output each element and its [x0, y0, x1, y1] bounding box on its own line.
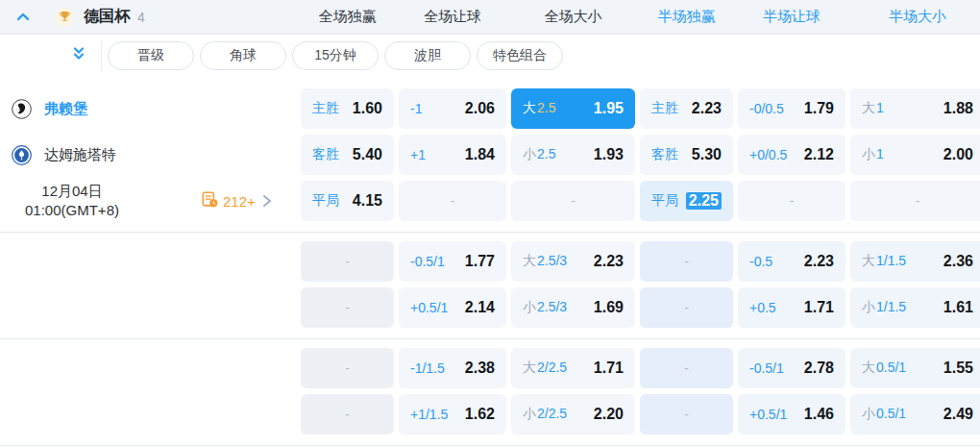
- tab-market-4[interactable]: 半场让球: [738, 8, 845, 26]
- league-match-count: 4: [137, 10, 145, 25]
- tab-market-2[interactable]: 全场大小: [511, 8, 635, 26]
- odds-value: 1.84: [465, 146, 495, 163]
- odds-label: 客胜: [651, 146, 678, 163]
- odds-label: -0/0.5: [749, 101, 784, 116]
- filter-row: 晋级角球15分钟波胆特色组合: [0, 35, 980, 77]
- odds-value: 1.55: [943, 360, 973, 377]
- odds-label: 大2.5/3: [523, 253, 567, 270]
- chevron-right-icon: [261, 194, 273, 208]
- odds-label: +1: [410, 147, 426, 162]
- odds-label: 大1/1.5: [862, 253, 906, 270]
- odds-value: 2.25: [686, 192, 722, 210]
- odds-value: 2.23: [594, 253, 624, 270]
- filter-pill[interactable]: 波胆: [384, 41, 471, 70]
- odds-cell[interactable]: 主胜2.23: [640, 88, 733, 129]
- tab-market-5[interactable]: 半场大小: [850, 8, 980, 26]
- odds-value: 4.15: [353, 192, 382, 210]
- odds-cell[interactable]: 小2.5/31.69: [511, 287, 635, 328]
- filter-pill[interactable]: 角球: [200, 41, 286, 70]
- odds-cell-empty: -: [399, 181, 506, 221]
- odds-cell-empty: -: [738, 181, 845, 221]
- odds-value: 1.71: [594, 360, 624, 377]
- match-datetime: 12月04日 01:00(GMT+8): [0, 182, 144, 221]
- odds-label: -0.5/1: [749, 360, 784, 376]
- odds-value: 2.49: [943, 406, 973, 423]
- alt-odds-row: -+1/1.51.62小2/2.52.20-+0.5/11.46小0.5/12.…: [0, 394, 980, 435]
- collapse-up-icon[interactable]: [14, 9, 32, 26]
- home-team-cell[interactable]: 弗赖堡: [0, 88, 296, 129]
- odds-label: 大1: [862, 100, 884, 117]
- odds-cell[interactable]: 大0.5/11.55: [850, 348, 980, 388]
- odds-cell[interactable]: 小1/1.51.61: [850, 287, 980, 328]
- match-meta-row: 12月04日 01:00(GMT+8) 212+ 平局4.15--平局2.25-…: [0, 181, 980, 221]
- odds-cell-empty: -: [640, 394, 733, 435]
- more-markets-count: 212+: [223, 193, 256, 210]
- odds-cell[interactable]: -0.5/11.77: [399, 241, 506, 282]
- odds-cell[interactable]: 大11.88: [850, 88, 980, 129]
- match-time: 01:00(GMT+8): [0, 201, 144, 220]
- odds-label: 小2/2.5: [523, 406, 567, 423]
- expand-all-box[interactable]: [0, 41, 102, 70]
- odds-cell[interactable]: 小12.00: [850, 135, 980, 175]
- odds-cell[interactable]: -12.06: [399, 88, 506, 129]
- tab-market-0[interactable]: 全场独赢: [301, 8, 394, 26]
- odds-cell[interactable]: 客胜5.40: [301, 135, 394, 175]
- odds-cell-empty: -: [301, 394, 394, 435]
- odds-cell[interactable]: +0/0.52.12: [738, 135, 845, 175]
- odds-cell[interactable]: -0/0.51.79: [738, 88, 845, 129]
- odds-cell[interactable]: 大2/2.51.71: [511, 348, 635, 388]
- away-team-name: 达姆施塔特: [44, 146, 116, 164]
- odds-label: +1/1.5: [410, 407, 448, 422]
- odds-label: 小2.5/3: [523, 299, 567, 316]
- odds-value: 5.40: [353, 146, 382, 163]
- odds-cell[interactable]: +0.5/11.46: [738, 394, 845, 435]
- away-team-cell[interactable]: 达姆施塔特: [0, 135, 296, 175]
- odds-cell[interactable]: +0.51.71: [738, 287, 845, 328]
- odds-cell[interactable]: +1/1.51.62: [399, 394, 506, 435]
- odds-cell[interactable]: 小2/2.52.20: [511, 394, 635, 435]
- odds-label: 大2.5: [523, 100, 555, 117]
- odds-label: 小1: [862, 146, 884, 163]
- tab-market-1[interactable]: 全场让球: [399, 8, 506, 26]
- odds-cell-empty: -: [640, 348, 733, 388]
- odds-cell[interactable]: 大1/1.52.36: [850, 241, 980, 282]
- odds-value: 1.79: [804, 100, 834, 117]
- odds-cell[interactable]: 主胜1.60: [301, 88, 394, 129]
- odds-cell[interactable]: 客胜5.30: [640, 135, 733, 175]
- odds-cell-empty: -: [301, 241, 394, 282]
- odds-cell[interactable]: 大2.5/32.23: [511, 241, 635, 282]
- odds-cell[interactable]: 平局2.25: [640, 181, 733, 221]
- odds-value: 2.00: [943, 146, 973, 163]
- odds-value: 1.69: [594, 299, 624, 316]
- more-markets-link[interactable]: 212+: [202, 191, 273, 211]
- home-team-name: 弗赖堡: [44, 100, 87, 118]
- odds-value: 1.62: [465, 406, 495, 423]
- odds-cell[interactable]: +0.5/12.14: [399, 287, 506, 328]
- odds-cell[interactable]: -1/1.52.38: [399, 348, 506, 388]
- odds-label: +0.5/1: [410, 300, 448, 315]
- odds-value: 2.06: [465, 100, 495, 117]
- alt-odds-row: -+0.5/12.14小2.5/31.69-+0.51.71小1/1.51.61: [0, 287, 980, 328]
- odds-value: 1.71: [804, 299, 834, 316]
- double-chevron-down-icon[interactable]: [70, 45, 87, 66]
- filter-pill[interactable]: 特色组合: [477, 41, 563, 70]
- odds-value: 2.36: [943, 253, 973, 270]
- odds-label: 主胜: [651, 100, 678, 117]
- home-team-row: 弗赖堡 主胜1.60-12.06大2.51.95主胜2.23-0/0.51.79…: [0, 88, 980, 129]
- tab-market-3[interactable]: 半场独赢: [640, 8, 733, 26]
- odds-cell[interactable]: 大2.51.95: [511, 88, 635, 129]
- odds-value: 2.23: [804, 253, 834, 270]
- odds-cell[interactable]: -0.5/12.78: [738, 348, 845, 388]
- filter-pill[interactable]: 晋级: [108, 41, 194, 70]
- filter-pill[interactable]: 15分钟: [292, 41, 379, 70]
- odds-cell[interactable]: 平局4.15: [301, 181, 394, 221]
- odds-cell[interactable]: -0.52.23: [738, 241, 845, 282]
- divider: [0, 338, 980, 339]
- odds-cell[interactable]: 小0.5/12.49: [850, 394, 980, 435]
- odds-cell[interactable]: +11.84: [399, 135, 506, 175]
- odds-value: 1.77: [465, 253, 495, 270]
- odds-value: 2.14: [465, 299, 495, 316]
- odds-cell[interactable]: 小2.51.93: [511, 135, 635, 175]
- odds-cell-empty: -: [301, 348, 394, 388]
- odds-value: 2.12: [804, 146, 834, 163]
